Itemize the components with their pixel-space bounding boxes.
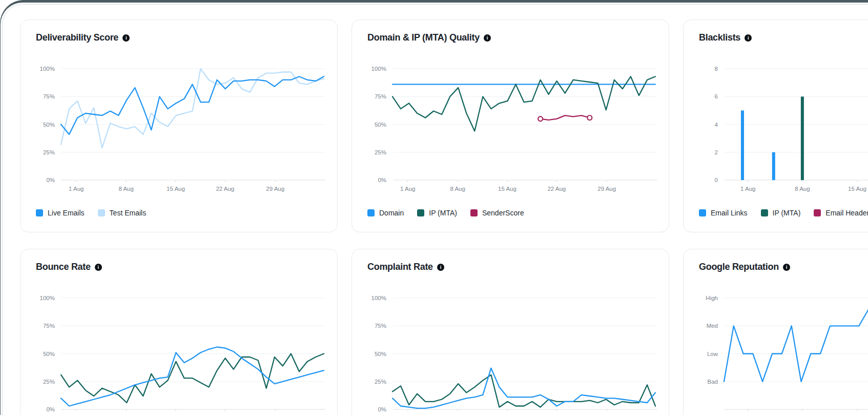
svg-text:15 Aug: 15 Aug (848, 186, 866, 192)
legend-item[interactable]: IP (MTA) (417, 209, 457, 217)
legend-label: Domain (379, 209, 404, 217)
legend-swatch (699, 209, 706, 216)
legend-label: IP (MTA) (429, 209, 457, 217)
info-icon[interactable]: i (783, 264, 790, 271)
card-title: Domain & IP (MTA) Quality i (367, 32, 491, 43)
legend-label: Test Emails (110, 209, 147, 217)
info-icon[interactable]: i (95, 264, 102, 271)
svg-text:Bad: Bad (708, 379, 718, 385)
svg-text:1 Aug: 1 Aug (740, 186, 755, 192)
chart-legend: Email LinksIP (MTA)Email Header (699, 209, 868, 217)
card-title-text: Complaint Rate (367, 262, 433, 272)
card-title: Bounce Rate i (36, 262, 102, 272)
legend-item[interactable]: Test Emails (98, 209, 147, 217)
svg-text:8 Aug: 8 Aug (795, 186, 810, 192)
legend-item[interactable]: Email Links (699, 209, 748, 217)
card-blacklists: Blacklists i 864201 Aug8 Aug15 Aug Email… (683, 19, 868, 232)
svg-text:1 Aug: 1 Aug (69, 186, 84, 192)
domain-ip-quality-chart: 100%75%50%25%0%1 Aug8 Aug15 Aug22 Aug29 … (352, 20, 670, 233)
card-title: Complaint Rate i (367, 262, 444, 272)
svg-text:100%: 100% (40, 295, 55, 301)
legend-label: Email Links (711, 209, 748, 217)
svg-text:100%: 100% (371, 66, 386, 72)
svg-text:25%: 25% (375, 149, 386, 155)
legend-item[interactable]: Domain (367, 209, 404, 217)
svg-text:75%: 75% (375, 323, 386, 329)
card-bounce-rate: Bounce Rate i 100%75%50%25%0% (20, 249, 338, 415)
card-title-text: Google Reputation (699, 262, 779, 272)
legend-swatch (367, 209, 375, 216)
svg-text:29 Aug: 29 Aug (266, 186, 284, 192)
svg-text:100%: 100% (371, 295, 386, 301)
svg-text:29 Aug: 29 Aug (597, 186, 616, 192)
legend-swatch (761, 209, 768, 216)
svg-text:22 Aug: 22 Aug (547, 186, 566, 192)
svg-text:High: High (706, 295, 718, 301)
svg-text:0%: 0% (378, 177, 386, 183)
card-domain-ip-quality: Domain & IP (MTA) Quality i 100%75%50%25… (352, 19, 669, 232)
chart-legend: Live EmailsTest Emails (36, 209, 146, 217)
google-reputation-chart: HighMedLowBad (684, 249, 868, 415)
svg-text:25%: 25% (43, 149, 55, 155)
legend-swatch (36, 209, 43, 216)
complaint-rate-chart: 100%75%50%25%0% (352, 249, 670, 415)
legend-label: Live Emails (48, 209, 85, 217)
svg-text:8 Aug: 8 Aug (450, 186, 465, 192)
card-title: Deliverability Score i (36, 32, 130, 43)
info-icon[interactable]: i (437, 264, 444, 271)
legend-item[interactable]: Email Header (814, 209, 868, 217)
bounce-rate-chart: 100%75%50%25%0% (20, 249, 338, 415)
svg-text:8: 8 (715, 66, 718, 72)
legend-swatch (417, 209, 424, 216)
info-icon[interactable]: i (745, 34, 752, 42)
card-title: Blacklists i (699, 32, 752, 43)
card-deliverability-score: Deliverability Score i 100%75%50%25%0%1 … (20, 19, 338, 232)
svg-text:50%: 50% (43, 122, 55, 128)
blacklists-chart: 864201 Aug8 Aug15 Aug (684, 20, 868, 233)
legend-item[interactable]: Live Emails (36, 209, 85, 217)
legend-swatch (98, 209, 105, 216)
svg-text:75%: 75% (43, 93, 55, 100)
svg-text:Med: Med (707, 323, 718, 329)
card-title-text: Domain & IP (MTA) Quality (367, 32, 480, 43)
svg-text:4: 4 (715, 122, 718, 128)
svg-text:25%: 25% (375, 379, 386, 385)
dashboard-page: Deliverability Score i 100%75%50%25%0%1 … (2, 4, 868, 415)
card-google-reputation: Google Reputation i HighMedLowBad (683, 249, 868, 415)
svg-text:22 Aug: 22 Aug (216, 186, 234, 192)
svg-text:8 Aug: 8 Aug (118, 186, 133, 192)
card-complaint-rate: Complaint Rate i 100%75%50%25%0% (352, 249, 669, 415)
legend-swatch (814, 209, 821, 216)
svg-text:75%: 75% (375, 93, 386, 100)
card-title-text: Deliverability Score (36, 32, 118, 43)
svg-text:75%: 75% (43, 323, 55, 329)
svg-text:0%: 0% (46, 406, 55, 412)
dashboard-grid: Deliverability Score i 100%75%50%25%0%1 … (20, 19, 868, 415)
legend-label: Email Header (825, 209, 868, 217)
svg-text:1 Aug: 1 Aug (400, 186, 415, 192)
card-title-text: Bounce Rate (36, 262, 91, 272)
info-icon[interactable]: i (484, 34, 491, 42)
svg-text:15 Aug: 15 Aug (498, 186, 516, 192)
svg-text:0: 0 (715, 177, 718, 183)
svg-text:50%: 50% (375, 351, 386, 357)
svg-text:50%: 50% (43, 351, 55, 357)
legend-item[interactable]: SenderScore (470, 209, 524, 217)
svg-text:15 Aug: 15 Aug (167, 186, 185, 192)
svg-text:6: 6 (715, 93, 718, 100)
svg-text:100%: 100% (40, 66, 55, 72)
svg-text:25%: 25% (43, 379, 55, 385)
legend-label: SenderScore (482, 209, 524, 217)
chart-legend: DomainIP (MTA)SenderScore (367, 209, 524, 217)
svg-text:50%: 50% (375, 122, 386, 128)
card-title: Google Reputation i (699, 262, 790, 272)
svg-text:0%: 0% (378, 406, 386, 412)
card-title-text: Blacklists (699, 32, 740, 43)
svg-text:0%: 0% (46, 177, 55, 183)
deliverability-score-chart: 100%75%50%25%0%1 Aug8 Aug15 Aug22 Aug29 … (20, 20, 338, 233)
legend-label: IP (MTA) (773, 209, 801, 217)
svg-text:Low: Low (707, 351, 718, 357)
svg-text:2: 2 (715, 149, 718, 155)
legend-item[interactable]: IP (MTA) (761, 209, 801, 217)
info-icon[interactable]: i (122, 34, 130, 42)
